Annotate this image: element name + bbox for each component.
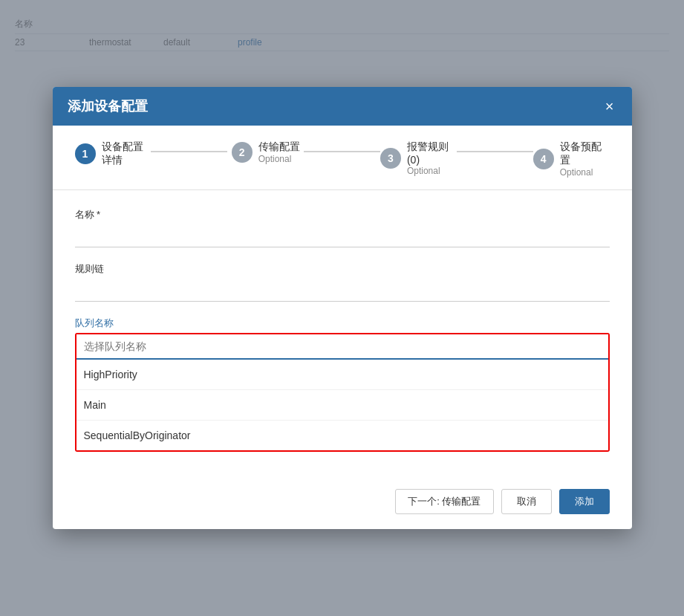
step-1-label: 设备配置详情 (102, 140, 152, 167)
step-4: 4 设备预配置 Optional (533, 140, 610, 178)
add-device-profile-modal: 添加设备配置 × 1 设备配置详情 2 传输配置 (53, 87, 632, 529)
modal-header: 添加设备配置 × (53, 87, 632, 126)
step-line-3 (457, 151, 533, 152)
queue-option-main[interactable]: Main (76, 390, 608, 421)
queue-search-input[interactable] (76, 334, 608, 360)
name-label: 名称 * (75, 208, 610, 221)
step-3-sublabel: Optional (407, 166, 457, 176)
step-2-label: 传输配置 (258, 140, 300, 154)
next-button[interactable]: 下一个: 传输配置 (395, 489, 493, 514)
name-input[interactable] (75, 226, 610, 247)
queue-field-group: 队列名称 HighPriority Main SequentialByOrigi… (75, 317, 610, 452)
step-4-circle: 4 (533, 149, 554, 169)
step-line-2 (304, 151, 380, 152)
queue-dropdown-list: HighPriority Main SequentialByOriginator (76, 360, 608, 450)
modal-body: 名称 * 规则链 队列名称 HighPriority Main Sequenti… (53, 190, 632, 479)
step-3-label: 报警规则 (0) (407, 140, 457, 166)
step-2-sublabel: Optional (258, 154, 300, 164)
step-2: 2 传输配置 Optional (227, 140, 304, 164)
step-3: 3 报警规则 (0) Optional (380, 140, 457, 176)
step-4-sublabel: Optional (560, 167, 610, 178)
modal-title: 添加设备配置 (68, 97, 148, 115)
step-wizard: 1 设备配置详情 2 传输配置 Optional (53, 126, 632, 190)
queue-option-sequential[interactable]: SequentialByOriginator (76, 421, 608, 450)
step-1: 1 设备配置详情 (75, 140, 152, 167)
step-2-circle: 2 (232, 142, 253, 163)
step-3-circle: 3 (380, 148, 401, 169)
add-button[interactable]: 添加 (559, 489, 610, 514)
step-4-label: 设备预配置 (560, 140, 610, 167)
step-1-circle: 1 (75, 143, 96, 164)
modal-footer: 下一个: 传输配置 取消 添加 (53, 479, 632, 529)
rules-label: 规则链 (75, 262, 610, 276)
rules-field-group: 规则链 (75, 262, 610, 302)
modal-close-button[interactable]: × (602, 99, 617, 114)
queue-dropdown[interactable]: HighPriority Main SequentialByOriginator (75, 333, 610, 452)
modal-backdrop: 添加设备配置 × 1 设备配置详情 2 传输配置 (0, 0, 684, 616)
name-field-group: 名称 * (75, 208, 610, 247)
cancel-button[interactable]: 取消 (501, 489, 552, 514)
step-line-1 (151, 151, 227, 152)
rules-input[interactable] (75, 280, 610, 302)
queue-option-highpriority[interactable]: HighPriority (76, 360, 608, 390)
queue-label: 队列名称 (75, 317, 610, 330)
